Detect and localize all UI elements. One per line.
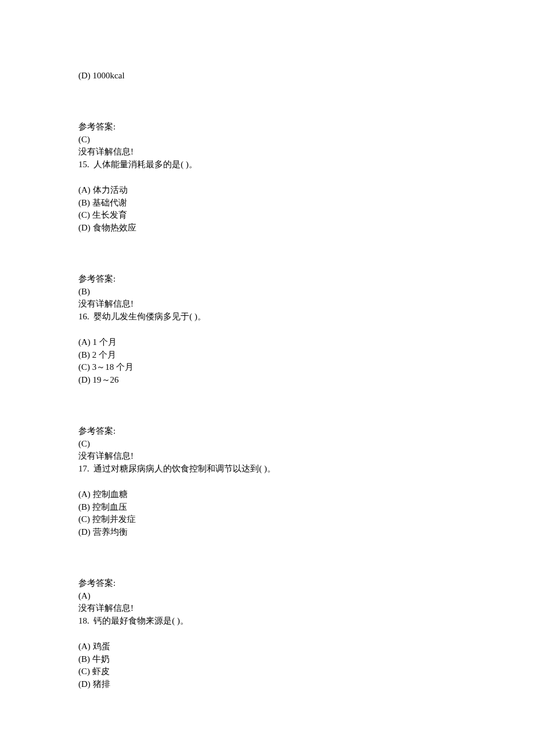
q15-no-explanation: 没有详解信息! bbox=[78, 298, 456, 311]
q15-option-d: (D) 食物热效应 bbox=[78, 222, 456, 235]
q17-option-b: (B) 控制血压 bbox=[78, 501, 456, 514]
q14-no-explanation: 没有详解信息! bbox=[78, 146, 456, 159]
q18-option-a: (A) 鸡蛋 bbox=[78, 640, 456, 653]
q14-answer-label: 参考答案: bbox=[78, 121, 456, 134]
q18-stem: 18. 钙的最好食物来源是( )。 bbox=[78, 615, 456, 628]
q17-no-explanation: 没有详解信息! bbox=[78, 602, 456, 615]
q16-answer: (C) bbox=[78, 438, 456, 451]
q17-option-c: (C) 控制并发症 bbox=[78, 513, 456, 526]
q18-option-c: (C) 虾皮 bbox=[78, 665, 456, 678]
q16-stem: 16. 婴幼儿发生佝偻病多见于( )。 bbox=[78, 311, 456, 323]
q15-stem: 15. 人体能量消耗最多的是( )。 bbox=[78, 159, 456, 171]
q16-answer-label: 参考答案: bbox=[78, 425, 456, 438]
q18-option-d: (D) 猪排 bbox=[78, 678, 456, 691]
q16-no-explanation: 没有详解信息! bbox=[78, 450, 456, 463]
q16-option-b: (B) 2 个月 bbox=[78, 349, 456, 362]
q17-stem: 17. 通过对糖尿病病人的饮食控制和调节以达到( )。 bbox=[78, 463, 456, 476]
q14-option-d: (D) 1000kcal bbox=[78, 70, 456, 82]
q16-option-a: (A) 1 个月 bbox=[78, 336, 456, 349]
q15-answer-label: 参考答案: bbox=[78, 273, 456, 286]
q17-answer: (A) bbox=[78, 590, 456, 603]
q15-answer: (B) bbox=[78, 286, 456, 298]
q17-option-a: (A) 控制血糖 bbox=[78, 488, 456, 501]
q14-answer: (C) bbox=[78, 134, 456, 146]
q16-option-c: (C) 3～18 个月 bbox=[78, 361, 456, 374]
q18-option-b: (B) 牛奶 bbox=[78, 653, 456, 666]
q16-option-d: (D) 19～26 bbox=[78, 374, 456, 387]
q15-option-b: (B) 基础代谢 bbox=[78, 197, 456, 210]
q15-option-c: (C) 生长发育 bbox=[78, 209, 456, 222]
q17-answer-label: 参考答案: bbox=[78, 577, 456, 590]
q15-option-a: (A) 体力活动 bbox=[78, 184, 456, 197]
q17-option-d: (D) 营养均衡 bbox=[78, 526, 456, 539]
